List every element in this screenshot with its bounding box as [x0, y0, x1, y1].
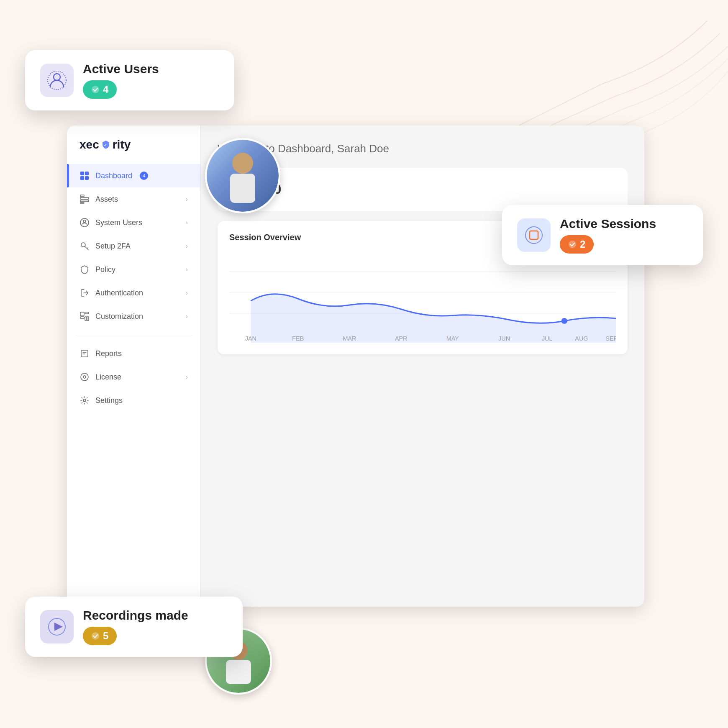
active-users-card: Active Users 4 — [25, 50, 234, 110]
sidebar-item-label: Dashboard — [95, 172, 132, 180]
svg-rect-13 — [85, 312, 89, 314]
sidebar-item-label: Setup 2FA — [95, 242, 131, 251]
sidebar-item-system-users[interactable]: System Users › — [67, 211, 200, 234]
svg-rect-5 — [80, 195, 84, 197]
svg-rect-3 — [80, 176, 84, 180]
sidebar: xec ✓ rity Dashboard 4 — [67, 126, 201, 607]
svg-point-44 — [232, 153, 253, 174]
active-users-value: 4 — [103, 84, 108, 95]
customization-icon — [79, 311, 90, 321]
svg-rect-16 — [87, 317, 89, 320]
svg-rect-7 — [80, 200, 89, 202]
svg-point-25 — [561, 318, 567, 324]
sidebar-item-customization[interactable]: Customization › — [67, 305, 200, 328]
recordings-icon-wrap — [40, 610, 74, 643]
sidebar-item-dashboard[interactable]: Dashboard 4 — [67, 164, 200, 187]
logo-text: xec — [79, 138, 99, 151]
sidebar-item-label: Reports — [95, 349, 122, 358]
active-users-badge: 4 — [83, 80, 117, 99]
svg-rect-1 — [80, 172, 84, 175]
svg-rect-17 — [81, 350, 88, 357]
svg-text:APR: APR — [395, 335, 408, 342]
active-users-icon-wrap — [40, 64, 74, 97]
svg-point-35 — [54, 74, 60, 80]
logo-shield-icon: ✓ — [101, 140, 111, 150]
active-sessions-content: Active Sessions 2 — [560, 217, 656, 254]
svg-rect-15 — [85, 317, 87, 320]
svg-rect-6 — [80, 197, 89, 199]
chevron-icon: › — [186, 313, 188, 320]
chevron-icon: › — [186, 219, 188, 226]
reports-icon — [79, 349, 90, 359]
recordings-card: Recordings made 5 — [25, 597, 243, 657]
active-users-title: Active Users — [83, 62, 159, 76]
brand-logo: xec ✓ rity — [67, 138, 200, 164]
user-circle-icon — [47, 70, 67, 90]
grid-icon — [79, 171, 90, 181]
svg-point-38 — [525, 227, 542, 244]
svg-text:MAY: MAY — [446, 335, 459, 342]
sidebar-item-settings[interactable]: Settings — [67, 389, 200, 412]
users-icon — [79, 218, 90, 228]
svg-text:JUN: JUN — [498, 335, 510, 342]
play-icon — [47, 617, 67, 637]
sidebar-item-policy[interactable]: Policy › — [67, 258, 200, 281]
dashboard-badge: 4 — [140, 172, 148, 180]
active-sessions-title: Active Sessions — [560, 217, 656, 231]
active-sessions-card: Active Sessions 2 — [502, 205, 703, 265]
sidebar-item-authentication[interactable]: Authentication › — [67, 281, 200, 305]
svg-text:MAR: MAR — [343, 335, 356, 342]
svg-rect-12 — [80, 312, 84, 316]
active-users-content: Active Users 4 — [83, 62, 159, 99]
svg-point-10 — [83, 220, 86, 223]
svg-text:JUL: JUL — [542, 335, 553, 342]
settings-icon — [79, 395, 90, 405]
svg-point-18 — [81, 373, 88, 381]
sidebar-item-label: Assets — [95, 195, 118, 204]
stop-square-icon — [524, 225, 544, 245]
checkmark-icon-2 — [568, 240, 577, 249]
assets-icon — [79, 194, 90, 204]
user-name: Sarah Doe — [337, 142, 389, 155]
svg-rect-45 — [230, 174, 255, 203]
chevron-icon: › — [186, 243, 188, 249]
sidebar-item-label: Settings — [95, 396, 123, 405]
login-icon — [79, 288, 90, 298]
sidebar-item-assets[interactable]: Assets › — [67, 187, 200, 211]
sidebar-item-reports[interactable]: Reports — [67, 342, 200, 365]
logo-text-2: rity — [113, 138, 131, 151]
recordings-badge: 5 — [83, 627, 117, 645]
active-sessions-badge: 2 — [560, 235, 594, 254]
recordings-value: 5 — [103, 630, 108, 642]
chevron-icon: › — [186, 196, 188, 203]
svg-rect-39 — [530, 231, 538, 239]
sidebar-navigation: Dashboard 4 Assets › — [67, 164, 200, 412]
welcome-header: Welcome to Dashboard, Sarah Doe — [218, 142, 628, 155]
svg-rect-8 — [80, 203, 84, 203]
svg-rect-14 — [80, 317, 84, 318]
sidebar-item-label: Customization — [95, 312, 143, 321]
checkmark-icon-3 — [91, 632, 100, 640]
svg-marker-42 — [54, 623, 63, 631]
sidebar-item-label: Authentication — [95, 289, 143, 297]
chevron-icon: › — [186, 266, 188, 273]
svg-rect-47 — [226, 660, 251, 684]
svg-point-37 — [92, 86, 99, 93]
checkmark-icon — [91, 85, 100, 94]
recordings-content: Recordings made 5 — [83, 608, 188, 645]
sidebar-item-license[interactable]: License › — [67, 365, 200, 389]
shield-icon — [79, 264, 90, 274]
sidebar-item-label: License — [95, 373, 121, 382]
sidebar-item-setup-2fa[interactable]: Setup 2FA › — [67, 234, 200, 258]
svg-text:SEP: SEP — [605, 335, 616, 342]
svg-point-43 — [92, 632, 99, 640]
license-icon — [79, 372, 90, 382]
svg-point-40 — [569, 241, 576, 248]
dashboard-card: xec ✓ rity Dashboard 4 — [67, 126, 644, 607]
svg-point-20 — [83, 399, 86, 402]
sidebar-divider — [75, 335, 192, 335]
svg-text:✓: ✓ — [104, 143, 107, 147]
sidebar-item-label: Policy — [95, 265, 115, 274]
sidebar-item-label: System Users — [95, 218, 142, 227]
active-sessions-icon-wrap — [517, 218, 551, 252]
